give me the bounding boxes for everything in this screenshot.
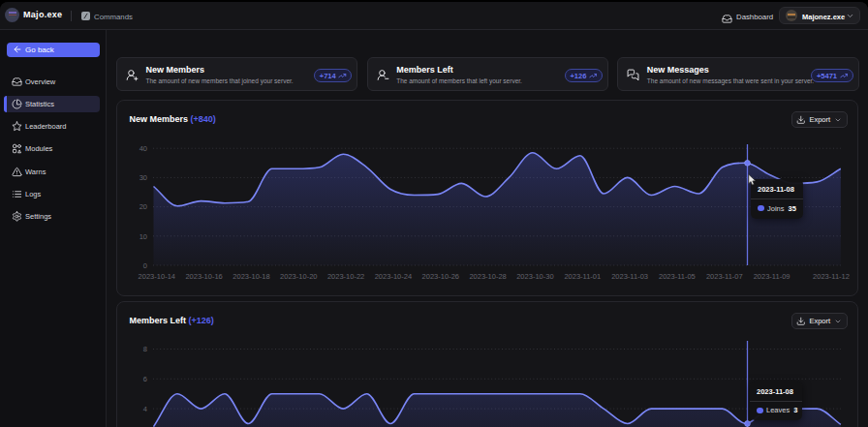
svg-text:4: 4 xyxy=(142,405,146,413)
svg-text:2023-10-16: 2023-10-16 xyxy=(185,272,222,281)
svg-text:2023-10-20: 2023-10-20 xyxy=(280,272,317,281)
svg-text:20: 20 xyxy=(139,202,146,211)
svg-text:2023-11-09: 2023-11-09 xyxy=(753,272,790,281)
svg-text:40: 40 xyxy=(139,144,146,153)
svg-text:10: 10 xyxy=(139,232,146,241)
svg-text:2023-10-24: 2023-10-24 xyxy=(374,272,411,281)
svg-text:2023-11-03: 2023-11-03 xyxy=(611,272,648,281)
svg-text:30: 30 xyxy=(139,173,146,182)
svg-text:2023-10-22: 2023-10-22 xyxy=(326,272,363,281)
svg-text:2023-10-26: 2023-10-26 xyxy=(421,272,458,281)
svg-text:6: 6 xyxy=(142,375,146,383)
svg-text:2023-10-28: 2023-10-28 xyxy=(469,272,506,281)
svg-text:2023-11-01: 2023-11-01 xyxy=(564,272,601,281)
svg-text:2023-11-05: 2023-11-05 xyxy=(658,272,695,281)
svg-text:2023-10-14: 2023-10-14 xyxy=(138,272,174,281)
svg-text:0: 0 xyxy=(142,261,146,270)
svg-text:2023-10-30: 2023-10-30 xyxy=(516,272,553,281)
svg-text:2023-11-12: 2023-11-12 xyxy=(813,272,850,281)
svg-text:8: 8 xyxy=(142,346,146,354)
svg-text:2023-11-07: 2023-11-07 xyxy=(705,272,742,281)
svg-text:2023-10-18: 2023-10-18 xyxy=(232,272,269,281)
